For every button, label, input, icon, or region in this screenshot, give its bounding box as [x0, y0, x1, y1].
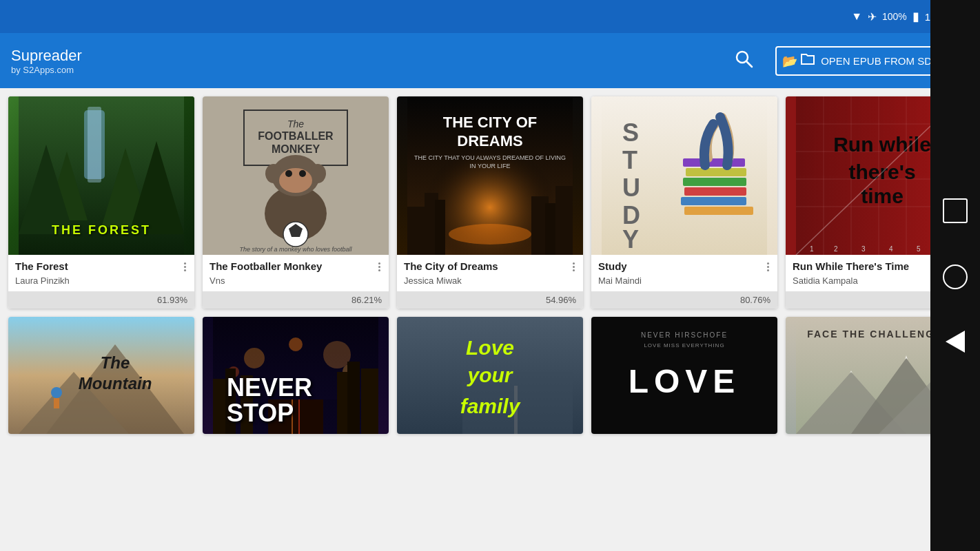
book-grid: THE FOREST The Forest Laura Pinzikh 61.9…: [8, 96, 972, 434]
book-title-city: The City of Dreams: [404, 260, 569, 273]
wifi-icon: ▼: [851, 10, 862, 23]
app-title-group: Supreader by S2Apps.com: [11, 47, 728, 75]
app-header: Supreader by S2Apps.com OPEN EPUB FROM S…: [0, 33, 980, 88]
svg-point-72: [51, 387, 62, 398]
book-info-city: The City of Dreams Jessica Miwak: [397, 255, 583, 286]
svg-point-20: [299, 170, 306, 177]
status-bar: ▼ ✈ 100% ▮ 10:17 PM: [0, 0, 980, 33]
svg-text:STOP: STOP: [227, 399, 294, 427]
svg-point-80: [323, 341, 351, 368]
book-progress-forest: 61.93%: [8, 291, 194, 309]
svg-rect-46: [683, 178, 746, 186]
book-card-city[interactable]: THE CITY OF DREAMS THE CITY THAT YOU ALW…: [397, 96, 583, 309]
book-menu-monkey[interactable]: [377, 260, 382, 271]
svg-text:The story of a monkey who love: The story of a monkey who loves football: [239, 246, 352, 253]
svg-point-18: [279, 168, 312, 193]
svg-text:LOVE MISS EVERYTHING: LOVE MISS EVERYTHING: [644, 342, 724, 349]
book-cover-monkey: The FOOTBALLER MONKEY: [203, 96, 389, 255]
app-title: Supreader: [11, 47, 728, 65]
book-menu-city[interactable]: [571, 260, 576, 271]
book-progress-city: 54.96%: [397, 291, 583, 309]
search-button[interactable]: [728, 43, 759, 79]
svg-point-19: [285, 170, 292, 177]
svg-text:THE CITY OF: THE CITY OF: [443, 114, 538, 131]
book-cover-neverstop: NEVER STOP: [203, 317, 389, 434]
svg-text:FOOTBALLER: FOOTBALLER: [258, 130, 334, 142]
open-epub-label: OPEN EPUB FROM SD: [821, 55, 932, 67]
svg-rect-47: [686, 168, 746, 176]
svg-text:1: 1: [810, 245, 814, 253]
book-card-lovefamily[interactable]: Love your family: [397, 317, 583, 434]
book-progress-monkey: 86.21%: [203, 291, 389, 309]
svg-point-32: [449, 224, 531, 245]
svg-text:time: time: [861, 185, 904, 207]
svg-text:DREAMS: DREAMS: [457, 132, 522, 149]
book-card-love[interactable]: NEVER HIRSCHOFE LOVE MISS EVERYTHING LOV…: [591, 317, 777, 434]
book-cover-lovefamily: Love your family: [397, 317, 583, 434]
battery-percent: 100%: [882, 11, 907, 22]
book-author-forest: Laura Pinzikh: [15, 276, 187, 286]
book-cover-study: S T U D Y: [591, 96, 777, 255]
svg-rect-88: [361, 368, 378, 434]
svg-text:Mountain: Mountain: [79, 374, 152, 393]
recent-apps-button[interactable]: [943, 198, 968, 223]
book-cover-city: THE CITY OF DREAMS THE CITY THAT YOU ALW…: [397, 96, 583, 255]
svg-text:Y: Y: [622, 225, 639, 253]
svg-rect-48: [683, 158, 745, 167]
book-cover-mountain: The Mountain: [8, 317, 194, 434]
svg-text:LOVE: LOVE: [629, 363, 741, 399]
book-author-study: Mai Maindi: [598, 276, 770, 286]
book-card-study[interactable]: S T U D Y: [591, 96, 777, 309]
svg-text:IN YOUR LIFE: IN YOUR LIFE: [470, 163, 511, 169]
svg-text:4: 4: [889, 245, 893, 253]
book-author-monkey: Vns: [210, 276, 382, 286]
svg-point-78: [244, 348, 265, 368]
svg-rect-43: [684, 207, 753, 215]
book-card-neverstop[interactable]: NEVER STOP: [203, 317, 389, 434]
svg-text:5: 5: [917, 245, 921, 253]
svg-text:S: S: [622, 118, 639, 147]
svg-line-1: [746, 61, 752, 67]
book-card-mountain[interactable]: The Mountain: [8, 317, 194, 434]
svg-text:THE CITY THAT YOU ALWAYS DREAM: THE CITY THAT YOU ALWAYS DREAMED OF LIVI…: [414, 154, 566, 161]
book-progress-study: 80.76%: [591, 291, 777, 309]
book-info-forest: The Forest Laura Pinzikh: [8, 255, 194, 286]
book-author-city: Jessica Miwak: [404, 276, 576, 286]
svg-rect-31: [555, 186, 573, 255]
book-library: THE FOREST The Forest Laura Pinzikh 61.9…: [0, 88, 980, 551]
svg-text:MONKEY: MONKEY: [272, 143, 320, 155]
svg-rect-45: [684, 187, 746, 196]
folder-icon: [782, 53, 815, 69]
home-button[interactable]: [943, 264, 968, 289]
forest-cover-title: THE FOREST: [52, 223, 151, 238]
svg-text:family: family: [460, 395, 521, 417]
back-button[interactable]: [946, 331, 965, 353]
book-menu-study[interactable]: [766, 260, 770, 271]
book-card-forest[interactable]: THE FOREST The Forest Laura Pinzikh 61.9…: [8, 96, 194, 309]
svg-text:Run while: Run while: [833, 133, 931, 156]
svg-text:T: T: [622, 146, 637, 174]
book-menu-forest[interactable]: [183, 260, 187, 271]
svg-rect-73: [54, 398, 59, 408]
book-title-forest: The Forest: [15, 260, 180, 273]
svg-text:NEVER HIRSCHOFE: NEVER HIRSCHOFE: [641, 331, 728, 339]
navigation-bar: [930, 88, 980, 551]
app-subtitle: by S2Apps.com: [11, 65, 728, 75]
book-cover-forest: THE FOREST: [8, 96, 194, 255]
svg-text:your: your: [466, 364, 513, 386]
svg-rect-28: [435, 200, 445, 255]
airplane-icon: ✈: [868, 10, 877, 23]
svg-text:3: 3: [861, 245, 866, 253]
svg-text:U: U: [622, 174, 640, 202]
battery-icon: ▮: [912, 9, 919, 24]
book-title-monkey: The Footballer Monkey: [210, 260, 374, 273]
book-cover-love: NEVER HIRSCHOFE LOVE MISS EVERYTHING LOV…: [591, 317, 777, 434]
svg-text:The: The: [101, 353, 130, 372]
open-epub-button[interactable]: OPEN EPUB FROM SD: [775, 46, 939, 76]
svg-rect-83: [213, 379, 227, 434]
svg-text:The: The: [287, 118, 304, 129]
book-card-monkey[interactable]: The FOOTBALLER MONKEY: [203, 96, 389, 309]
svg-rect-8: [88, 107, 101, 183]
svg-rect-87: [347, 362, 360, 434]
svg-rect-44: [681, 197, 746, 205]
